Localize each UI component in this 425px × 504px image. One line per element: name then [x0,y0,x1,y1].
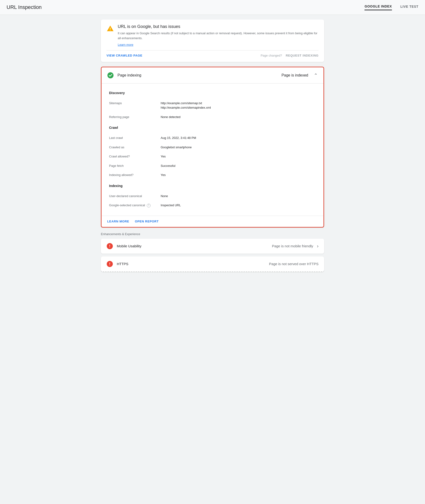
info-icon[interactable]: ? [147,204,151,208]
discovery-title: Discovery [109,91,316,95]
request-area: Page changed? REQUEST INDEXING [261,54,319,57]
request-indexing-button[interactable]: REQUEST INDEXING [286,54,319,57]
https-left: ! HTTPS [106,261,128,267]
crawled-as-label: Crawled as [109,145,161,150]
page-fetch-value: Successful [161,164,175,168]
https-card: ! HTTPS Page is not served over HTTPS [101,256,324,272]
https-error-icon: ! [106,261,113,267]
header-tabs: GOOGLE INDEX LIVE TEST [365,4,418,10]
crawl-allowed-row: Crawl allowed? Yes [109,152,316,161]
indexing-allowed-label: Indexing allowed? [109,173,161,177]
crawl-title: Crawl [109,126,316,129]
mobile-usability-title: Mobile Usability [117,244,141,248]
indexing-allowed-row: Indexing allowed? Yes [109,170,316,180]
error-icon: ! [106,243,113,249]
https-status: Page is not served over HTTPS [269,262,319,266]
open-report-link[interactable]: OPEN REPORT [135,220,159,223]
page-changed-label: Page changed? [261,54,282,57]
google-canonical-row: Google-selected canonical ? Inspected UR… [109,201,316,210]
main-content: ! URL is on Google, but has issues It ca… [95,15,330,277]
svg-text:!: ! [109,262,110,266]
svg-point-2 [107,72,113,78]
referring-page-label: Referring page [109,115,161,119]
enhancements-section-title: Enhancements & Experience [101,232,324,236]
mobile-usability-row: ! Mobile Usability Page is not mobile fr… [101,239,324,254]
crawl-allowed-label: Crawl allowed? [109,154,161,159]
https-row: ! HTTPS Page is not served over HTTPS [101,256,324,271]
page-indexing-status-area: Page is indexed ⌃ [281,73,318,78]
sitemaps-label: Sitemaps [109,101,161,110]
warning-icon: ! [106,25,114,32]
page-indexing-status: Page is indexed [281,73,308,77]
check-icon [107,72,114,79]
page-indexing-footer: LEARN MORE OPEN REPORT [102,216,323,227]
sitemap-value-2: http://example.com/sitemapindex.xml [161,105,211,110]
action-bar: VIEW CRAWLED PAGE Page changed? REQUEST … [106,50,319,57]
tab-google-index[interactable]: GOOGLE INDEX [365,4,392,10]
alert-description: It can appear in Google Search results (… [118,31,319,41]
user-canonical-row: User-declared canonical None [109,191,316,201]
sitemaps-value: http://example.com/sitemap.txt http://ex… [161,101,211,110]
alert-content: URL is on Google, but has issues It can … [118,24,319,47]
alert-header: ! URL is on Google, but has issues It ca… [106,24,319,47]
sitemaps-row: Sitemaps http://example.com/sitemap.txt … [109,99,316,112]
learn-more-link[interactable]: LEARN MORE [107,220,129,223]
alert-learn-more-link[interactable]: Learn more [118,43,133,47]
view-crawled-button[interactable]: VIEW CRAWLED PAGE [106,54,142,57]
mobile-usability-card: ! Mobile Usability Page is not mobile fr… [101,239,324,254]
last-crawl-value: Aug 15, 2022, 3:41:48 PM [161,136,196,140]
referring-page-value: None detected [161,115,181,119]
user-canonical-value: None [161,194,168,199]
chevron-right-icon[interactable]: › [317,243,319,249]
alert-card: ! URL is on Google, but has issues It ca… [101,20,324,62]
user-canonical-label: User-declared canonical [109,194,161,199]
mobile-usability-left: ! Mobile Usability [106,243,141,249]
last-crawl-label: Last crawl [109,136,161,140]
crawled-as-value: Googlebot smartphone [161,145,192,150]
page-indexing-body: Discovery Sitemaps http://example.com/si… [102,84,323,216]
indexing-allowed-value: Yes [161,173,166,177]
svg-text:!: ! [109,244,110,248]
mobile-usability-status: Page is not mobile friendly [272,244,313,248]
tab-live-test[interactable]: LIVE TEST [400,5,418,10]
google-canonical-label: Google-selected canonical ? [109,203,161,208]
page-fetch-label: Page fetch [109,164,161,168]
google-canonical-value: Inspected URL [161,203,181,208]
page-title: URL Inspection [7,4,42,10]
referring-page-row: Referring page None detected [109,112,316,122]
indexing-title: Indexing [109,184,316,188]
page-indexing-card: Page indexing Page is indexed ⌃ Discover… [101,67,324,228]
crawled-as-row: Crawled as Googlebot smartphone [109,143,316,152]
alert-title: URL is on Google, but has issues [118,24,319,29]
last-crawl-row: Last crawl Aug 15, 2022, 3:41:48 PM [109,133,316,143]
https-title: HTTPS [117,262,128,266]
page-indexing-header-left: Page indexing [107,72,141,79]
sitemap-value-1: http://example.com/sitemap.txt [161,101,211,106]
page-indexing-header: Page indexing Page is indexed ⌃ [102,67,323,84]
https-status-area: Page is not served over HTTPS [269,262,319,266]
page-header: URL Inspection GOOGLE INDEX LIVE TEST [0,0,425,15]
crawl-allowed-value: Yes [161,154,166,159]
mobile-usability-status-area: Page is not mobile friendly › [272,243,319,249]
page-indexing-title: Page indexing [118,73,141,77]
chevron-up-icon[interactable]: ⌃ [314,73,318,78]
page-fetch-row: Page fetch Successful [109,161,316,171]
svg-text:!: ! [110,27,111,31]
